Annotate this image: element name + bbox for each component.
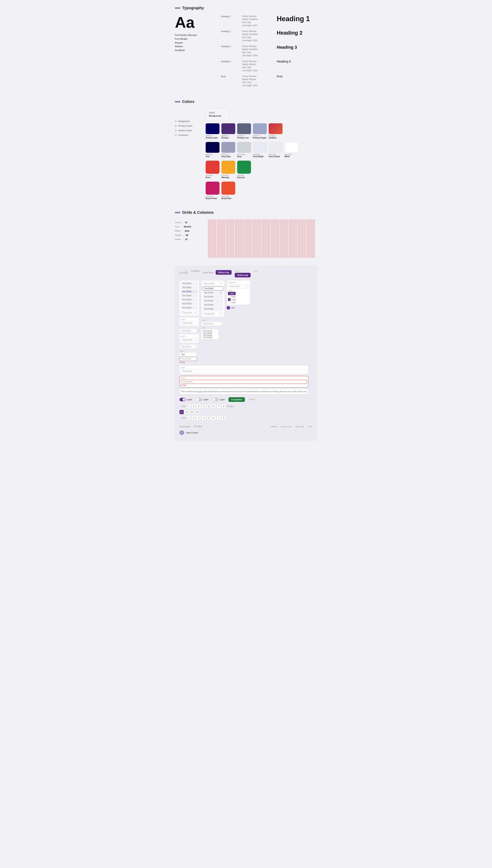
h2-label: Heading 2 — [221, 30, 238, 32]
group-name-label: Group Name — [203, 272, 214, 274]
h4-label: Heading 4 — [221, 60, 238, 63]
button-big-1[interactable]: Button big — [216, 270, 231, 275]
h1-label: Heading 1 — [221, 15, 238, 18]
p3-7[interactable]: 7 — [217, 416, 221, 420]
functional-row: #C51E65 Brand Violet #EF4D30 Brand Red — [206, 182, 317, 200]
page-4[interactable]: 4 — [202, 404, 206, 408]
section-bar — [175, 7, 180, 9]
start-date-header: START DATE — [281, 426, 292, 428]
colors-content: #f5f5f8 Background #000062 Primary Dark … — [206, 109, 317, 203]
chip-text: #00004A Text — [206, 142, 220, 158]
toggle-off-1[interactable]: Label — [196, 398, 208, 401]
toggle-on-1[interactable]: Label — [179, 398, 192, 401]
completed-button[interactable]: Completed — [228, 397, 245, 402]
background-chip: #f5f5f8 Background — [206, 109, 229, 120]
group-header: GROUP — [271, 426, 277, 428]
label-top: Label — [254, 270, 258, 272]
page-8[interactable]: 8 — [222, 404, 226, 408]
grids-section: Grids & Columns Count → 12 Type → Stretc… — [167, 208, 325, 263]
colors-title: Colors — [182, 99, 194, 104]
chip-grey: #CFD4D9 Grey — [237, 142, 251, 158]
typography-section: Typography Aa Font Family: Manrope Font … — [167, 0, 325, 97]
p3-1[interactable]: 1 — [187, 416, 191, 420]
nav-functional[interactable]: Functional — [175, 134, 200, 136]
h2-detail: Family: ManropeWeight: SemiBoldSize: 32p… — [242, 30, 273, 42]
input-label-1: Label Placeholder — [179, 318, 199, 326]
input-card-right: Label Placeholder — [179, 366, 308, 374]
dropdown-card-2: Placeholder ▼ Text Defolt Text Defolt ✓ … — [201, 280, 224, 317]
nav-background[interactable]: Background — [175, 120, 200, 122]
page-12[interactable]: 12 — [184, 410, 189, 414]
date-bottom: 27/7/2022 — [194, 425, 202, 428]
page-3[interactable]: 3 — [197, 404, 201, 408]
p3-6[interactable]: 6 — [212, 416, 216, 420]
nav-system[interactable]: System Colors — [175, 129, 200, 132]
meta-type: Type → Stretch — [175, 226, 200, 228]
pagination-3[interactable]: 1 2 3 4 5 6 7 8 — [187, 416, 226, 420]
textarea-card: This is what is being typing that should… — [179, 389, 308, 394]
h4-detail: Family: ManropeWeight: MediumSize: 18pxL… — [242, 60, 273, 72]
h3-detail: Family: ManropeWeight: SemiBoldSize: 24p… — [242, 45, 273, 57]
date-display-2: 27/7/2022 — [191, 270, 200, 272]
section-bar-colors — [175, 101, 180, 102]
meta-width: Width → Auto — [175, 230, 200, 232]
colors-section: Colors Background Primary Colors System … — [167, 97, 325, 208]
page-13[interactable]: 13 — [190, 410, 194, 414]
p3-8[interactable]: 8 — [222, 416, 226, 420]
body-label: Body — [221, 75, 238, 77]
chip-brand-red: #EF4D30 Brand Red — [221, 182, 235, 200]
sort-icon-label: # SORT — [249, 399, 255, 401]
input-card-error: Label Placeholder prompt — [179, 376, 308, 388]
meta-count: Count → 12 — [175, 221, 200, 224]
page-7[interactable]: 7 — [217, 404, 221, 408]
typography-title: Typography — [182, 6, 204, 10]
chip-primary: #4E2B75 Primary — [221, 123, 235, 139]
primary-row-2: #00004A Text #545F7C Grey Dark #CFD4D9 G… — [206, 142, 317, 158]
aa-sample: Aa — [175, 15, 213, 30]
p3-4[interactable]: 4 — [202, 416, 206, 420]
chip-success: #06A948 Success — [237, 161, 251, 179]
page-11[interactable]: 11 — [179, 410, 184, 414]
body-preview: Body — [277, 75, 282, 78]
page-1[interactable]: 1 — [187, 404, 191, 408]
chip-error: #FF0000 Error — [206, 161, 220, 179]
typography-specs: Heading 1 Family: ManropeWeight: SemiBol… — [221, 15, 317, 90]
chip-brand-violet: #C51E65 Brand Violet — [206, 182, 220, 200]
toggle-off-2[interactable]: Label — [212, 398, 225, 401]
page-14[interactable]: 14 — [195, 410, 199, 414]
font-meta: Font Family: Manrope Font Weight: Regula… — [175, 33, 213, 52]
avatar: J — [179, 430, 184, 435]
type-header: TYPE — [308, 426, 313, 428]
chip-grey-dark: #545F7C Grey Dark — [221, 142, 235, 158]
chip-white: #FFFFFF White — [285, 142, 298, 158]
grids-meta: Count → 12 Type → Stretch Width → Auto M… — [175, 219, 200, 258]
input-label-2: Label Placeholder ≡ — [179, 334, 199, 343]
meta-margin: Margin → 60 — [175, 234, 200, 236]
typography-sample: Aa Font Family: Manrope Font Weight: Reg… — [175, 15, 213, 90]
chip-grey-bright: #E8E8F2 Grey Bright — [253, 142, 267, 158]
grids-title: Grids & Columns — [182, 210, 214, 215]
system-row: #FF0000 Error #FFB800 Warning #06A948 Su… — [206, 161, 317, 179]
p3-5[interactable]: 5 — [206, 416, 211, 420]
h2-preview: Heading 2 — [277, 30, 302, 36]
chip-primary-low: #5A5F7C Primary Low — [237, 123, 251, 139]
colors-nav: Background Primary Colors System Colors … — [175, 109, 200, 203]
section-bar-grids — [175, 212, 180, 213]
page-5[interactable]: 5 — [206, 404, 211, 408]
p3-2[interactable]: 2 — [192, 416, 196, 420]
h4-preview: Heading 4 — [277, 60, 291, 63]
page-6[interactable]: 6 — [212, 404, 216, 408]
h3-preview: Heading 3 — [277, 45, 297, 50]
nav-primary[interactable]: Primary Colors — [175, 125, 200, 127]
multiselect-card: Multiselect Placeholder ▼ Label Label La… — [227, 280, 250, 305]
button-big-2[interactable]: Button big — [235, 273, 251, 277]
p3-3[interactable]: 3 — [197, 416, 201, 420]
chip-warning: #FFB800 Warning — [221, 161, 235, 179]
chip-grey-divider: #F7F0F6 Grey Divider — [269, 142, 282, 158]
grids-visual — [206, 219, 317, 258]
page-2[interactable]: 2 — [192, 404, 196, 408]
group-name-bottom: Group Name — [179, 425, 191, 428]
date-display-1: # All+ 27/7/2022 — [179, 270, 188, 274]
h1-detail: Family: ManropeWeight: SemiBoldSize: 40p… — [242, 15, 273, 27]
pagination-1[interactable]: 1 2 3 4 5 6 7 8 — [187, 404, 226, 408]
